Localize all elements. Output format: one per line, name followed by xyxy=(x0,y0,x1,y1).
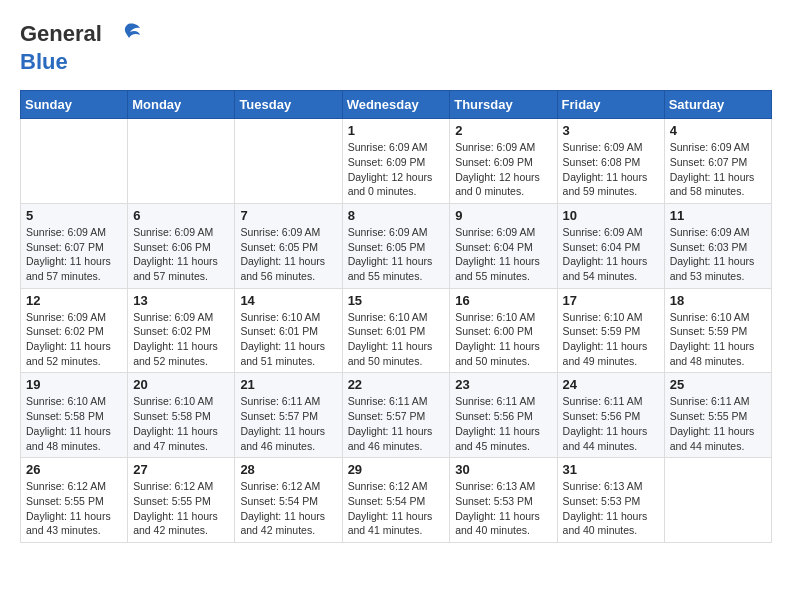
calendar-cell: 26Sunrise: 6:12 AMSunset: 5:55 PMDayligh… xyxy=(21,458,128,543)
day-detail: Sunrise: 6:09 AMSunset: 6:07 PMDaylight:… xyxy=(670,140,766,199)
weekday-monday: Monday xyxy=(128,91,235,119)
weekday-saturday: Saturday xyxy=(664,91,771,119)
calendar-cell: 14Sunrise: 6:10 AMSunset: 6:01 PMDayligh… xyxy=(235,288,342,373)
calendar-cell: 10Sunrise: 6:09 AMSunset: 6:04 PMDayligh… xyxy=(557,203,664,288)
calendar-cell: 19Sunrise: 6:10 AMSunset: 5:58 PMDayligh… xyxy=(21,373,128,458)
day-detail: Sunrise: 6:11 AMSunset: 5:57 PMDaylight:… xyxy=(240,394,336,453)
day-number: 4 xyxy=(670,123,766,138)
day-detail: Sunrise: 6:12 AMSunset: 5:55 PMDaylight:… xyxy=(26,479,122,538)
logo-blue: Blue xyxy=(20,50,142,74)
calendar-cell: 9Sunrise: 6:09 AMSunset: 6:04 PMDaylight… xyxy=(450,203,557,288)
day-number: 3 xyxy=(563,123,659,138)
day-number: 16 xyxy=(455,293,551,308)
page-header: General Blue xyxy=(20,20,772,74)
day-number: 15 xyxy=(348,293,445,308)
day-detail: Sunrise: 6:09 AMSunset: 6:02 PMDaylight:… xyxy=(133,310,229,369)
day-number: 7 xyxy=(240,208,336,223)
day-number: 20 xyxy=(133,377,229,392)
day-number: 29 xyxy=(348,462,445,477)
calendar-cell: 27Sunrise: 6:12 AMSunset: 5:55 PMDayligh… xyxy=(128,458,235,543)
day-number: 12 xyxy=(26,293,122,308)
calendar-table: SundayMondayTuesdayWednesdayThursdayFrid… xyxy=(20,90,772,543)
calendar-cell: 6Sunrise: 6:09 AMSunset: 6:06 PMDaylight… xyxy=(128,203,235,288)
calendar-cell: 29Sunrise: 6:12 AMSunset: 5:54 PMDayligh… xyxy=(342,458,450,543)
calendar-cell: 28Sunrise: 6:12 AMSunset: 5:54 PMDayligh… xyxy=(235,458,342,543)
day-number: 18 xyxy=(670,293,766,308)
calendar-cell: 7Sunrise: 6:09 AMSunset: 6:05 PMDaylight… xyxy=(235,203,342,288)
calendar-week-3: 19Sunrise: 6:10 AMSunset: 5:58 PMDayligh… xyxy=(21,373,772,458)
day-detail: Sunrise: 6:10 AMSunset: 5:58 PMDaylight:… xyxy=(26,394,122,453)
day-detail: Sunrise: 6:11 AMSunset: 5:56 PMDaylight:… xyxy=(563,394,659,453)
calendar-cell: 1Sunrise: 6:09 AMSunset: 6:09 PMDaylight… xyxy=(342,119,450,204)
day-number: 9 xyxy=(455,208,551,223)
day-detail: Sunrise: 6:09 AMSunset: 6:02 PMDaylight:… xyxy=(26,310,122,369)
day-detail: Sunrise: 6:10 AMSunset: 5:59 PMDaylight:… xyxy=(670,310,766,369)
calendar-cell: 3Sunrise: 6:09 AMSunset: 6:08 PMDaylight… xyxy=(557,119,664,204)
day-detail: Sunrise: 6:12 AMSunset: 5:55 PMDaylight:… xyxy=(133,479,229,538)
calendar-cell: 12Sunrise: 6:09 AMSunset: 6:02 PMDayligh… xyxy=(21,288,128,373)
weekday-header-row: SundayMondayTuesdayWednesdayThursdayFrid… xyxy=(21,91,772,119)
day-number: 19 xyxy=(26,377,122,392)
day-detail: Sunrise: 6:10 AMSunset: 5:59 PMDaylight:… xyxy=(563,310,659,369)
calendar-cell xyxy=(664,458,771,543)
calendar-cell: 31Sunrise: 6:13 AMSunset: 5:53 PMDayligh… xyxy=(557,458,664,543)
calendar-cell: 8Sunrise: 6:09 AMSunset: 6:05 PMDaylight… xyxy=(342,203,450,288)
day-number: 2 xyxy=(455,123,551,138)
calendar-week-2: 12Sunrise: 6:09 AMSunset: 6:02 PMDayligh… xyxy=(21,288,772,373)
day-number: 21 xyxy=(240,377,336,392)
day-detail: Sunrise: 6:11 AMSunset: 5:56 PMDaylight:… xyxy=(455,394,551,453)
day-detail: Sunrise: 6:09 AMSunset: 6:07 PMDaylight:… xyxy=(26,225,122,284)
day-detail: Sunrise: 6:10 AMSunset: 6:01 PMDaylight:… xyxy=(348,310,445,369)
day-number: 27 xyxy=(133,462,229,477)
day-detail: Sunrise: 6:09 AMSunset: 6:04 PMDaylight:… xyxy=(563,225,659,284)
calendar-body: 1Sunrise: 6:09 AMSunset: 6:09 PMDaylight… xyxy=(21,119,772,543)
logo-general: General xyxy=(20,21,102,46)
calendar-cell: 30Sunrise: 6:13 AMSunset: 5:53 PMDayligh… xyxy=(450,458,557,543)
weekday-thursday: Thursday xyxy=(450,91,557,119)
day-detail: Sunrise: 6:12 AMSunset: 5:54 PMDaylight:… xyxy=(348,479,445,538)
day-number: 13 xyxy=(133,293,229,308)
day-detail: Sunrise: 6:09 AMSunset: 6:04 PMDaylight:… xyxy=(455,225,551,284)
day-number: 1 xyxy=(348,123,445,138)
day-number: 6 xyxy=(133,208,229,223)
day-detail: Sunrise: 6:12 AMSunset: 5:54 PMDaylight:… xyxy=(240,479,336,538)
calendar-cell xyxy=(21,119,128,204)
day-detail: Sunrise: 6:10 AMSunset: 6:00 PMDaylight:… xyxy=(455,310,551,369)
day-number: 28 xyxy=(240,462,336,477)
day-number: 10 xyxy=(563,208,659,223)
day-detail: Sunrise: 6:13 AMSunset: 5:53 PMDaylight:… xyxy=(455,479,551,538)
weekday-tuesday: Tuesday xyxy=(235,91,342,119)
day-number: 14 xyxy=(240,293,336,308)
calendar-cell: 25Sunrise: 6:11 AMSunset: 5:55 PMDayligh… xyxy=(664,373,771,458)
calendar-week-0: 1Sunrise: 6:09 AMSunset: 6:09 PMDaylight… xyxy=(21,119,772,204)
weekday-wednesday: Wednesday xyxy=(342,91,450,119)
calendar-cell: 11Sunrise: 6:09 AMSunset: 6:03 PMDayligh… xyxy=(664,203,771,288)
day-detail: Sunrise: 6:09 AMSunset: 6:09 PMDaylight:… xyxy=(455,140,551,199)
day-detail: Sunrise: 6:09 AMSunset: 6:09 PMDaylight:… xyxy=(348,140,445,199)
day-detail: Sunrise: 6:09 AMSunset: 6:03 PMDaylight:… xyxy=(670,225,766,284)
day-detail: Sunrise: 6:11 AMSunset: 5:57 PMDaylight:… xyxy=(348,394,445,453)
calendar-cell: 17Sunrise: 6:10 AMSunset: 5:59 PMDayligh… xyxy=(557,288,664,373)
day-number: 25 xyxy=(670,377,766,392)
calendar-cell: 24Sunrise: 6:11 AMSunset: 5:56 PMDayligh… xyxy=(557,373,664,458)
day-detail: Sunrise: 6:09 AMSunset: 6:06 PMDaylight:… xyxy=(133,225,229,284)
day-number: 30 xyxy=(455,462,551,477)
day-number: 24 xyxy=(563,377,659,392)
calendar-cell: 2Sunrise: 6:09 AMSunset: 6:09 PMDaylight… xyxy=(450,119,557,204)
day-number: 22 xyxy=(348,377,445,392)
day-number: 31 xyxy=(563,462,659,477)
calendar-cell: 4Sunrise: 6:09 AMSunset: 6:07 PMDaylight… xyxy=(664,119,771,204)
day-detail: Sunrise: 6:10 AMSunset: 5:58 PMDaylight:… xyxy=(133,394,229,453)
calendar-cell xyxy=(235,119,342,204)
calendar-cell: 22Sunrise: 6:11 AMSunset: 5:57 PMDayligh… xyxy=(342,373,450,458)
day-detail: Sunrise: 6:10 AMSunset: 6:01 PMDaylight:… xyxy=(240,310,336,369)
day-detail: Sunrise: 6:09 AMSunset: 6:05 PMDaylight:… xyxy=(240,225,336,284)
calendar-cell xyxy=(128,119,235,204)
calendar-cell: 18Sunrise: 6:10 AMSunset: 5:59 PMDayligh… xyxy=(664,288,771,373)
logo-text: General Blue xyxy=(20,20,142,74)
day-detail: Sunrise: 6:09 AMSunset: 6:08 PMDaylight:… xyxy=(563,140,659,199)
day-number: 17 xyxy=(563,293,659,308)
calendar-cell: 16Sunrise: 6:10 AMSunset: 6:00 PMDayligh… xyxy=(450,288,557,373)
calendar-cell: 23Sunrise: 6:11 AMSunset: 5:56 PMDayligh… xyxy=(450,373,557,458)
day-detail: Sunrise: 6:09 AMSunset: 6:05 PMDaylight:… xyxy=(348,225,445,284)
